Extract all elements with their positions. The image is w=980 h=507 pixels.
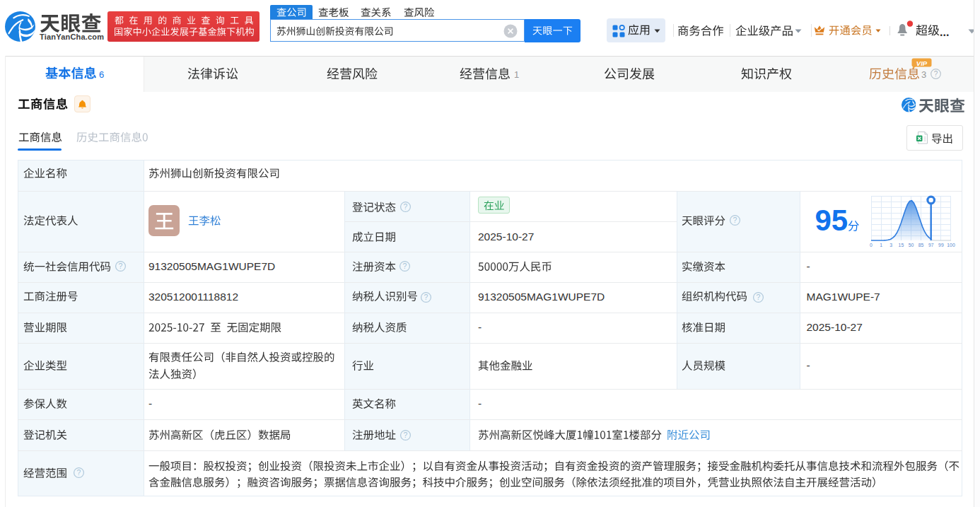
svg-text:?: ? bbox=[76, 468, 81, 477]
svg-text:?: ? bbox=[424, 293, 428, 301]
svg-text:97: 97 bbox=[928, 243, 934, 247]
svg-text:1: 1 bbox=[880, 243, 882, 247]
svg-text:0: 0 bbox=[870, 243, 873, 247]
svg-text:3: 3 bbox=[889, 243, 892, 247]
svg-text:15: 15 bbox=[899, 243, 904, 247]
svg-text:85: 85 bbox=[918, 243, 924, 247]
svg-text:?: ? bbox=[934, 70, 938, 78]
svg-text:99: 99 bbox=[938, 243, 944, 247]
svg-text:50: 50 bbox=[909, 243, 914, 247]
svg-text:100: 100 bbox=[947, 243, 955, 247]
svg-text:?: ? bbox=[404, 202, 408, 211]
svg-text:?: ? bbox=[733, 216, 737, 224]
svg-text:?: ? bbox=[757, 293, 761, 301]
svg-text:?: ? bbox=[404, 431, 408, 439]
svg-text:VIP: VIP bbox=[916, 59, 928, 67]
svg-text:?: ? bbox=[403, 262, 407, 270]
svg-text:?: ? bbox=[119, 262, 123, 270]
